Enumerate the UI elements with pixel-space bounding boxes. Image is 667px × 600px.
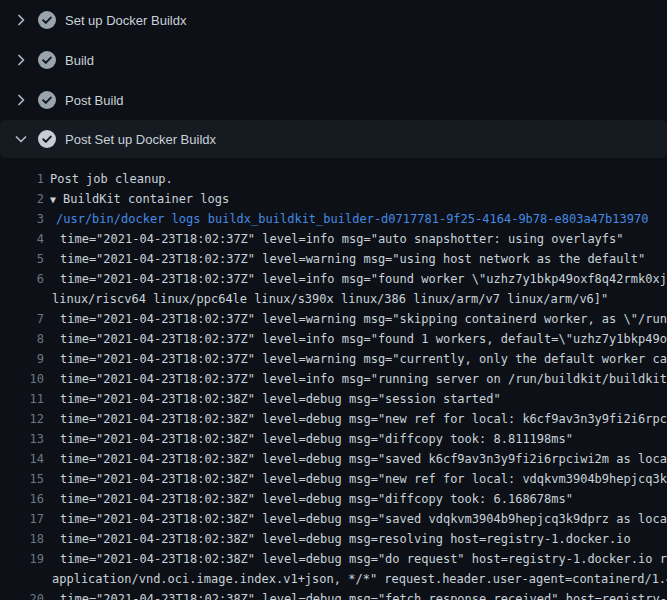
actions-log-viewer: Set up Docker BuildxBuildPost BuildPost … <box>0 0 667 600</box>
log-line: 5time="2021-04-23T18:02:37Z" level=warni… <box>0 249 667 269</box>
log-text: Post job cleanup. <box>50 169 173 189</box>
log-line-number[interactable]: 17 <box>0 509 44 529</box>
log-line-number[interactable]: 3 <box>0 209 44 229</box>
log-text: application/vnd.oci.image.index.v1+json,… <box>50 569 667 589</box>
step-label: Build <box>65 53 94 68</box>
log-line: 3/usr/bin/docker logs buildx_buildkit_bu… <box>0 209 667 229</box>
log-line: 17time="2021-04-23T18:02:38Z" level=debu… <box>0 509 667 529</box>
log-line-number[interactable]: 13 <box>0 429 44 449</box>
log-line: 14time="2021-04-23T18:02:38Z" level=debu… <box>0 449 667 469</box>
log-line-number[interactable]: 19 <box>0 549 44 569</box>
steps-list: Set up Docker BuildxBuildPost BuildPost … <box>0 0 667 158</box>
log-text: time="2021-04-23T18:02:38Z" level=debug … <box>50 389 501 409</box>
chevron-right-icon <box>13 12 29 28</box>
log-line: 10time="2021-04-23T18:02:37Z" level=info… <box>0 369 667 389</box>
log-line: 9time="2021-04-23T18:02:37Z" level=warni… <box>0 349 667 369</box>
log-line-number <box>0 289 44 309</box>
log-text: time="2021-04-23T18:02:37Z" level=info m… <box>50 329 667 349</box>
group-expanded-icon[interactable]: ▼ <box>50 194 56 205</box>
log-text: time="2021-04-23T18:02:38Z" level=debug … <box>50 469 667 489</box>
chevron-right-icon <box>13 52 29 68</box>
step-label: Post Build <box>65 93 124 108</box>
log-text: time="2021-04-23T18:02:38Z" level=debug … <box>50 449 667 469</box>
log-text: time="2021-04-23T18:02:38Z" level=debug … <box>50 509 667 529</box>
step-label: Post Set up Docker Buildx <box>65 132 216 147</box>
check-circle-icon <box>37 129 57 149</box>
log-line-number[interactable]: 2 <box>0 189 44 209</box>
log-command-text: /usr/bin/docker logs buildx_buildkit_bui… <box>50 209 648 229</box>
log-line: 16time="2021-04-23T18:02:38Z" level=debu… <box>0 489 667 509</box>
chevron-down-icon <box>13 131 29 147</box>
log-line-number[interactable]: 10 <box>0 369 44 389</box>
log-text: time="2021-04-23T18:02:37Z" level=warnin… <box>50 349 667 369</box>
group-label[interactable]: BuildKit container logs <box>63 192 229 206</box>
log-panel: 1Post job cleanup.2▼BuildKit container l… <box>0 158 667 600</box>
log-line: 6time="2021-04-23T18:02:37Z" level=info … <box>0 269 667 289</box>
log-line-number[interactable]: 15 <box>0 469 44 489</box>
log-line: 19time="2021-04-23T18:02:38Z" level=debu… <box>0 549 667 569</box>
log-line-number <box>0 569 44 589</box>
log-line: 20time="2021-04-23T18:02:38Z" level=debu… <box>0 589 667 600</box>
log-line-number[interactable]: 16 <box>0 489 44 509</box>
log-text: time="2021-04-23T18:02:38Z" level=debug … <box>50 549 667 569</box>
check-circle-icon <box>37 10 57 30</box>
log-text: time="2021-04-23T18:02:38Z" level=debug … <box>50 409 667 429</box>
log-line-number[interactable]: 4 <box>0 229 44 249</box>
chevron-right-icon <box>13 92 29 108</box>
log-text: time="2021-04-23T18:02:37Z" level=info m… <box>50 269 667 289</box>
log-line-number[interactable]: 7 <box>0 309 44 329</box>
check-circle-icon <box>37 50 57 70</box>
log-line-number[interactable]: 6 <box>0 269 44 289</box>
step-label: Set up Docker Buildx <box>65 13 186 28</box>
log-text: time="2021-04-23T18:02:37Z" level=warnin… <box>50 309 667 329</box>
log-line-number[interactable]: 9 <box>0 349 44 369</box>
log-text: time="2021-04-23T18:02:38Z" level=debug … <box>50 589 667 600</box>
step-row-post-build[interactable]: Post Build <box>0 80 667 120</box>
log-line: 4time="2021-04-23T18:02:37Z" level=info … <box>0 229 667 249</box>
log-text: time="2021-04-23T18:02:38Z" level=debug … <box>50 429 573 449</box>
log-line: 13time="2021-04-23T18:02:38Z" level=debu… <box>0 429 667 449</box>
log-line: 15time="2021-04-23T18:02:38Z" level=debu… <box>0 469 667 489</box>
log-line-number[interactable]: 12 <box>0 409 44 429</box>
log-text: linux/riscv64 linux/ppc64le linux/s390x … <box>50 289 608 309</box>
log-line: linux/riscv64 linux/ppc64le linux/s390x … <box>0 289 667 309</box>
log-line-number[interactable]: 20 <box>0 589 44 600</box>
log-text: time="2021-04-23T18:02:37Z" level=info m… <box>50 229 624 249</box>
log-line: 12time="2021-04-23T18:02:38Z" level=debu… <box>0 409 667 429</box>
log-text: time="2021-04-23T18:02:38Z" level=debug … <box>50 489 573 509</box>
log-text: ▼BuildKit container logs <box>50 189 229 209</box>
check-circle-icon <box>37 90 57 110</box>
log-line-number[interactable]: 8 <box>0 329 44 349</box>
log-text: time="2021-04-23T18:02:37Z" level=info m… <box>50 369 667 389</box>
log-line: 18time="2021-04-23T18:02:38Z" level=debu… <box>0 529 667 549</box>
log-line-number[interactable]: 18 <box>0 529 44 549</box>
log-line: application/vnd.oci.image.index.v1+json,… <box>0 569 667 589</box>
log-line-number[interactable]: 5 <box>0 249 44 269</box>
log-line-number[interactable]: 14 <box>0 449 44 469</box>
log-line: 2▼BuildKit container logs <box>0 189 667 209</box>
step-row-post-set-up-docker-buildx[interactable]: Post Set up Docker Buildx <box>0 120 667 158</box>
step-row-build[interactable]: Build <box>0 40 667 80</box>
log-text: time="2021-04-23T18:02:38Z" level=debug … <box>50 529 631 549</box>
log-line: 1Post job cleanup. <box>0 169 667 189</box>
step-row-set-up-docker-buildx[interactable]: Set up Docker Buildx <box>0 0 667 40</box>
log-line: 8time="2021-04-23T18:02:37Z" level=info … <box>0 329 667 349</box>
log-line-number[interactable]: 1 <box>0 169 44 189</box>
log-line: 11time="2021-04-23T18:02:38Z" level=debu… <box>0 389 667 409</box>
log-line-number[interactable]: 11 <box>0 389 44 409</box>
log-text: time="2021-04-23T18:02:37Z" level=warnin… <box>50 249 645 269</box>
log-line: 7time="2021-04-23T18:02:37Z" level=warni… <box>0 309 667 329</box>
